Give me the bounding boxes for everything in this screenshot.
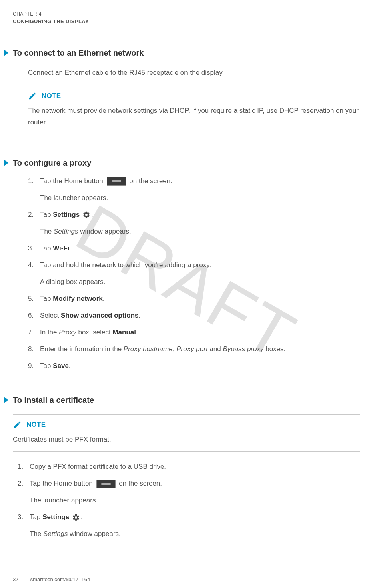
pencil-icon (13, 420, 22, 429)
chapter-label: CHAPTER 4 (13, 11, 360, 17)
section-ethernet: To connect to an Ethernet network Connec… (13, 48, 360, 134)
list-item: Tap Wi-Fi. (28, 243, 360, 254)
arrow-icon (4, 50, 8, 56)
note-label: NOTE (26, 421, 46, 429)
proxy-steps: Tap the Home button on the screen. The l… (28, 176, 360, 372)
arrow-icon (4, 160, 8, 166)
list-item: Tap Settings . The Settings window appea… (18, 512, 360, 540)
heading-proxy: To configure a proxy (13, 158, 360, 168)
list-item: Enter the information in the Proxy hostn… (28, 344, 360, 355)
ethernet-body: Connect an Ethernet cable to the RJ45 re… (28, 67, 360, 78)
note-label: NOTE (42, 92, 61, 100)
note-box-ethernet: NOTE The network must provide network se… (28, 86, 360, 134)
note-box-cert: NOTE Certificates must be PFX format. (13, 414, 360, 452)
section-proxy: To configure a proxy Tap the Home button… (13, 158, 360, 372)
list-item: Tap the Home button on the screen. The l… (28, 176, 360, 204)
list-item: Tap Modify network. (28, 293, 360, 304)
arrow-icon (4, 397, 8, 403)
home-button-icon (107, 177, 126, 186)
section-certificate: To install a certificate NOTE Certificat… (13, 396, 360, 540)
note-text-cert: Certificates must be PFX format. (13, 434, 360, 446)
list-item: Tap and hold the network to which you're… (28, 260, 360, 288)
list-item: Tap the Home button on the screen. The l… (18, 478, 360, 506)
footer-url: smarttech.com/kb/171164 (30, 576, 90, 582)
page-number: 37 (13, 576, 29, 582)
note-text-ethernet: The network must provide network setting… (28, 105, 360, 128)
list-item: Tap Save. (28, 360, 360, 372)
gear-icon (82, 211, 90, 219)
home-button-icon (96, 480, 116, 488)
list-item: Select Show advanced options. (28, 310, 360, 321)
list-item: Copy a PFX format certificate to a USB d… (18, 461, 360, 472)
gear-icon (72, 514, 80, 522)
heading-certificate: To install a certificate (13, 396, 360, 405)
list-item: Tap Settings . The Settings window appea… (28, 209, 360, 237)
cert-steps: Copy a PFX format certificate to a USB d… (18, 461, 360, 540)
footer: 37 smarttech.com/kb/171164 (13, 576, 90, 582)
heading-ethernet: To connect to an Ethernet network (13, 48, 360, 58)
pencil-icon (28, 92, 37, 100)
chapter-title: CONFIGURING THE DISPLAY (13, 18, 360, 24)
list-item: In the Proxy box, select Manual. (28, 327, 360, 338)
